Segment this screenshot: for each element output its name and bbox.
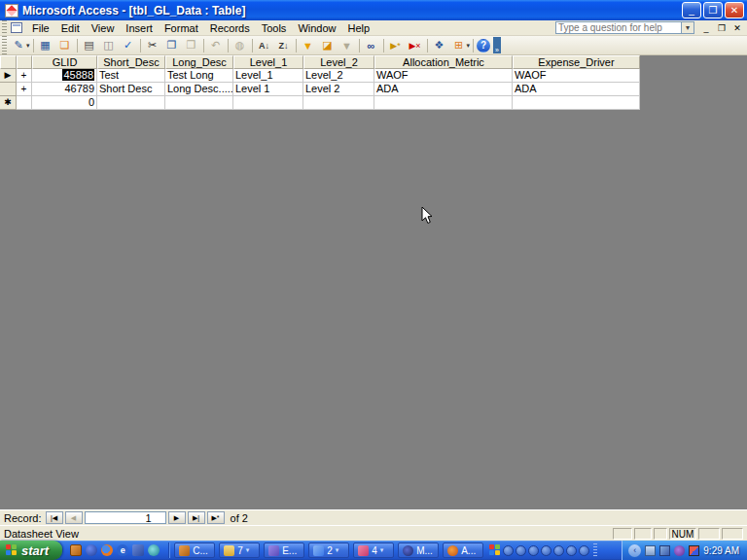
cut-icon[interactable]: ✂ (144, 37, 161, 53)
close-button[interactable]: ✕ (725, 2, 744, 18)
messenger-icon[interactable] (674, 545, 685, 556)
cell-long-desc[interactable]: Long Desc...... (165, 83, 233, 96)
print-icon[interactable]: ▤ (81, 37, 98, 53)
cell-long-desc[interactable] (165, 96, 233, 110)
find-icon[interactable]: ∞ (363, 37, 380, 53)
row-selector-current[interactable]: ▶ (0, 69, 17, 83)
media-stop-button[interactable] (528, 545, 539, 556)
media-next-button[interactable] (553, 545, 564, 556)
sort-ascending-icon[interactable]: A↓ (256, 37, 273, 53)
menu-view[interactable]: View (86, 21, 121, 35)
cell-expense-driver[interactable]: ADA (513, 83, 640, 96)
minimize-button[interactable]: _ (682, 2, 701, 18)
column-header-expense-driver[interactable]: Expense_Driver (513, 55, 640, 69)
selector-header[interactable] (0, 55, 17, 69)
help-question-input[interactable] (555, 21, 682, 34)
row-selector-new[interactable]: ✱ (0, 96, 17, 110)
group-dropdown-icon[interactable]: ▾ (336, 546, 339, 554)
firefox-icon[interactable] (101, 544, 113, 556)
taskbar-button[interactable]: M... (398, 542, 439, 558)
media-player-icon[interactable] (86, 544, 97, 556)
column-header-glid[interactable]: GLID (32, 55, 97, 69)
last-record-button[interactable]: ▶| (188, 511, 205, 524)
msn-icon[interactable] (148, 544, 160, 556)
menu-grip[interactable] (2, 20, 7, 35)
copy-icon[interactable]: ❐ (163, 37, 181, 53)
cell-level-1[interactable]: Level 1 (233, 83, 303, 96)
cell-short-desc[interactable]: Short Desc (97, 83, 165, 96)
file-search-icon[interactable]: ❏ (56, 37, 74, 53)
cell-short-desc[interactable]: Test (97, 69, 165, 83)
cell-allocation-metric[interactable] (374, 96, 513, 110)
access-app-icon[interactable] (5, 4, 18, 18)
group-dropdown-icon[interactable]: ▾ (246, 546, 250, 554)
spelling-icon[interactable]: ✓ (120, 37, 137, 53)
help-dropdown-icon[interactable]: ▾ (682, 21, 694, 34)
cell-long-desc[interactable]: Test Long (165, 69, 233, 83)
new-object-dropdown-icon[interactable]: ▾ (467, 42, 471, 50)
new-record-button[interactable]: ▶* (207, 511, 225, 524)
column-header-level-2[interactable]: Level_2 (303, 55, 374, 69)
next-record-button[interactable]: ▶ (168, 511, 186, 524)
menu-format[interactable]: Format (159, 21, 204, 35)
menu-window[interactable]: Window (292, 21, 341, 35)
hide-icons-chevron-icon[interactable]: ‹ (628, 544, 641, 557)
menu-insert[interactable]: Insert (120, 21, 159, 35)
save-icon[interactable]: ▦ (37, 37, 54, 53)
taskbar-button[interactable]: E... (264, 542, 304, 558)
expand-toggle[interactable] (17, 96, 32, 110)
column-header-short-desc[interactable]: Short_Desc (97, 55, 165, 69)
child-restore-button[interactable]: ❐ (716, 23, 728, 33)
restore-button[interactable]: ❐ (703, 2, 723, 18)
filter-by-form-icon[interactable]: ◪ (319, 37, 337, 53)
antivirus-icon[interactable] (689, 545, 699, 556)
expand-toggle[interactable]: + (17, 69, 32, 83)
taskbar-button-group[interactable]: 4 ▾ (353, 542, 394, 558)
child-minimize-button[interactable]: _ (700, 23, 712, 33)
mail-icon[interactable] (132, 544, 144, 556)
network-icon[interactable] (659, 545, 670, 556)
expand-toggle[interactable]: + (17, 83, 32, 96)
program-icon[interactable] (70, 544, 82, 556)
cell-level-1[interactable]: Level_1 (233, 69, 303, 83)
menu-help[interactable]: Help (342, 21, 376, 35)
media-previous-button[interactable] (541, 545, 551, 556)
group-dropdown-icon[interactable]: ▾ (380, 546, 384, 554)
menu-tools[interactable]: Tools (256, 21, 293, 35)
toolbar-options-icon[interactable]: » (493, 37, 501, 53)
cell-glid[interactable]: 46789 (32, 83, 97, 96)
media-pause-button[interactable] (516, 545, 526, 556)
cell-glid[interactable]: 0 (32, 96, 97, 110)
menu-records[interactable]: Records (204, 21, 256, 35)
cell-expense-driver[interactable] (513, 96, 640, 110)
clock[interactable]: 9:29 AM (703, 545, 739, 556)
taskbar-button[interactable]: A... (443, 542, 483, 558)
database-window-icon[interactable]: ❖ (431, 37, 448, 53)
cell-allocation-metric[interactable]: ADA (374, 83, 513, 96)
display-icon[interactable] (645, 545, 656, 556)
menu-file[interactable]: File (26, 21, 55, 35)
taskbar-button[interactable]: C... (174, 542, 215, 558)
row-selector[interactable] (0, 83, 17, 96)
internet-explorer-icon[interactable]: e (117, 544, 128, 556)
table-system-icon[interactable] (11, 22, 22, 33)
column-header-long-desc[interactable]: Long_Desc (165, 55, 233, 69)
cell-short-desc[interactable] (97, 96, 165, 110)
filter-by-selection-icon[interactable]: ▼ (300, 37, 317, 53)
new-object-icon[interactable]: ⊞ (450, 37, 468, 53)
media-play-button[interactable] (503, 545, 514, 556)
new-record-icon[interactable]: ▶* (387, 37, 405, 53)
view-icon[interactable]: ✎ (10, 37, 27, 53)
delete-record-icon[interactable]: ▶× (407, 37, 424, 53)
cell-level-2[interactable] (303, 96, 374, 110)
toolbar-grip[interactable] (2, 36, 7, 54)
sort-descending-icon[interactable]: Z↓ (275, 37, 293, 53)
cell-level-1[interactable] (233, 96, 303, 110)
start-button[interactable]: start (0, 541, 62, 560)
taskbar-button-group[interactable]: 2 ▾ (308, 542, 349, 558)
column-header-allocation-metric[interactable]: Allocation_Metric (374, 55, 513, 69)
media-mute-button[interactable] (566, 545, 577, 556)
cell-level-2[interactable]: Level 2 (303, 83, 374, 96)
taskbar-button-group[interactable]: 7 ▾ (219, 542, 260, 558)
expand-header[interactable] (17, 55, 32, 69)
